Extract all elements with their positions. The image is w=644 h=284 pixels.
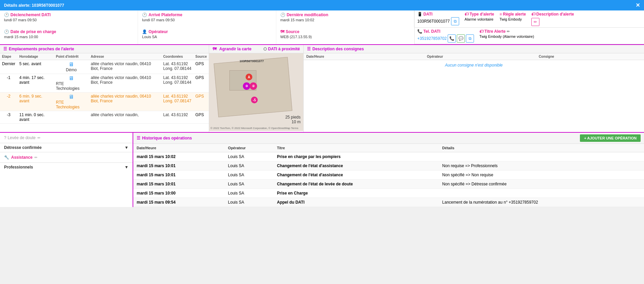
titre-edit-icon[interactable]: ✏ <box>507 29 510 34</box>
map-marker-minus5[interactable]: -5 <box>251 97 258 103</box>
header-right: 📱 DATI 103R56T0001077 ⧉ 🏷 Type d'alerte … <box>415 10 644 44</box>
dati-proximity: DATI à proximité <box>263 47 300 51</box>
levee-label: ? Levée de doute <box>4 135 35 140</box>
hist-op: Louis SA <box>225 161 274 171</box>
loc-source: GPS <box>193 93 209 111</box>
map-marker-cluster-2[interactable]: ② <box>250 82 257 90</box>
tag-icon2: 🏷 <box>531 12 535 17</box>
historique-title-area: ☰ Historique des opérations <box>137 136 192 140</box>
consignes-title: Description des consignes <box>312 47 364 51</box>
regle-alerte-block: ≡ Règle alerte Twig Embody <box>500 12 526 21</box>
professionnels-section: Professionnels ▼ <box>0 163 133 172</box>
desc-alerte-label: 🏷 Description d'alerte <box>531 12 641 17</box>
hist-date: mardi 15 mars 09:54 <box>133 198 225 207</box>
add-operation-button[interactable]: + AJOUTER UNE OPÉRATION <box>580 134 641 142</box>
col-coords: Coordonées <box>161 53 193 60</box>
historique-row: mardi 15 mars 10:01 Louis SA Changement … <box>133 180 644 189</box>
type-alerte-value: Alarme volontaire <box>465 17 494 21</box>
consignes-col-op: Opérateur <box>424 53 536 60</box>
col-adresse: Adresse <box>89 53 161 60</box>
map-marker-a[interactable]: A <box>246 74 252 80</box>
map-device-label: 103R56T0001077 <box>240 59 264 63</box>
header-left: 🕐 Déclenchement DATI lundi 07 mars 09:50… <box>0 10 415 44</box>
location-row: -3 11 min. 0 sec. avant allée charles vi… <box>0 111 209 124</box>
tel-sms-button[interactable]: 💬 <box>457 34 465 43</box>
tel-label: 📞 Tel. DATI <box>417 29 474 34</box>
historique-row: mardi 15 mars 10:02 Louis SA Prise en ch… <box>133 152 644 161</box>
hist-date: mardi 15 mars 10:01 <box>133 171 225 180</box>
hist-date: mardi 15 mars 10:01 <box>133 161 225 171</box>
dati-radio <box>263 47 267 51</box>
tel-link[interactable]: +351927859702 <box>417 36 447 41</box>
source-label: 🗺 Source <box>280 29 410 34</box>
consignes-empty-message: Aucun consigne n'est disponible <box>304 60 644 71</box>
hist-details: Non requise => Professionnels <box>439 161 644 171</box>
loc-source: GPS <box>193 74 209 93</box>
detresse-section: Détresse confirmée ▼ <box>0 143 133 152</box>
desc-edit-button[interactable]: ✏ <box>531 18 539 26</box>
historique-row: mardi 15 mars 10:01 Louis SA Changement … <box>133 171 644 180</box>
close-button[interactable]: ✕ <box>636 2 640 8</box>
hist-titre: Prise en Charge <box>274 189 439 198</box>
type-alerte-label: 🏷 Type d'alerte <box>465 12 494 17</box>
professionnels-chevron[interactable]: ▼ <box>124 165 129 170</box>
locations-panel: ☰ Emplacements proches de l'alerte Etape… <box>0 45 209 132</box>
hist-titre: Prise en charge par les pompiers <box>274 152 439 161</box>
assistance-icon: 🔧 <box>4 155 9 160</box>
loc-horodatage: 11 min. 0 sec. avant <box>17 111 54 124</box>
historique-header-row: Date/Heure Opérateur Titre Détails <box>133 144 644 152</box>
detresse-label: Détresse confirmée <box>4 145 41 150</box>
left-panel: ? Levée de doute ✏ Détresse confirmée ▼ … <box>0 133 133 207</box>
source-value: WEB (217.13.55.9) <box>280 35 410 39</box>
hist-date: mardi 15 mars 10:00 <box>133 189 225 198</box>
loc-poi: 🖥RTE Technologies <box>54 93 89 111</box>
location-row: Dernier 5 sec. avant 🖥Démo allée charles… <box>0 60 209 74</box>
tel-call-button[interactable]: 📞 <box>448 34 456 43</box>
tel-copy-button[interactable]: ⧉ <box>466 34 474 43</box>
historique-row: mardi 15 mars 10:00 Louis SA Prise en Ch… <box>133 189 644 198</box>
loc-etape: -2 <box>0 93 17 111</box>
col-etape: Etape <box>0 53 17 60</box>
operateur-label: 👤 Opérateur <box>142 29 272 34</box>
col-source: Source <box>193 53 209 60</box>
assistance-section: 🔧 Assistance ✏ <box>0 152 133 163</box>
hist-details: Non spécifié => Détresse confirmée <box>439 180 644 189</box>
titre-alerte-block: 🏷 Titre Alerte ✏ Twig Embody (Alarme vol… <box>479 29 641 38</box>
tag-icon3: 🏷 <box>479 29 483 34</box>
list-icon2: ☰ <box>307 47 311 51</box>
levee-edit-icon[interactable]: ✏ <box>37 136 40 140</box>
map-marker-cluster-3[interactable]: ③ <box>243 82 250 90</box>
assistance-edit-icon[interactable]: ✏ <box>34 155 37 160</box>
loc-etape: -1 <box>0 74 17 93</box>
arrive-label: 🕐 Arrivé Plateforme <box>142 12 272 17</box>
historique-table: Date/Heure Opérateur Titre Détails mardi… <box>133 144 644 207</box>
derniere-cell: 🕐 Dernière modification mardi 15 mars 10… <box>276 10 414 27</box>
consignes-panel: ☰ Description des consignes Date/Heure O… <box>304 45 644 132</box>
phone-icon: 📱 <box>417 12 422 17</box>
dati-block: 📱 DATI 103R56T0001077 ⧉ <box>417 12 459 25</box>
loc-etape: Dernier <box>0 60 17 74</box>
right-panel: ☰ Historique des opérations + AJOUTER UN… <box>133 133 644 207</box>
detresse-chevron[interactable]: ▼ <box>124 145 129 150</box>
consignes-header-row: Date/Heure Opérateur Consigne <box>304 53 644 60</box>
top-area: ☰ Emplacements proches de l'alerte Etape… <box>0 45 644 133</box>
arrive-cell: 🕐 Arrivé Plateforme lundi 07 mars 09:50 <box>138 10 276 27</box>
loc-source: GPS <box>193 111 209 124</box>
map-title[interactable]: Agrandir la carte <box>219 47 251 51</box>
loc-horodatage: 6 min. 9 sec. avant <box>17 93 54 111</box>
dati-copy-button[interactable]: ⧉ <box>451 17 459 25</box>
hist-details <box>439 152 644 161</box>
hist-date: mardi 15 mars 10:02 <box>133 152 225 161</box>
consignes-col-consigne: Consigne <box>536 53 644 60</box>
arrive-value: lundi 07 mars 09:50 <box>142 18 272 22</box>
professionnels-label: Professionnels <box>4 165 33 170</box>
regle-alerte-value: Twig Embody <box>500 17 526 21</box>
hist-details: Non spécifié => Non requise <box>439 171 644 180</box>
question-icon: ? <box>4 135 6 140</box>
loc-horodatage: 4 min. 17 sec. avant <box>17 74 54 93</box>
loc-coords: Lat. 43.61192 Long. 07.08144 <box>161 74 193 93</box>
hist-col-date: Date/Heure <box>133 144 225 152</box>
map-scale: 25 pieds 10 m <box>285 115 301 124</box>
consignes-header: ☰ Description des consignes <box>304 45 644 53</box>
consignes-table: Date/Heure Opérateur Consigne Aucun cons… <box>304 53 644 70</box>
